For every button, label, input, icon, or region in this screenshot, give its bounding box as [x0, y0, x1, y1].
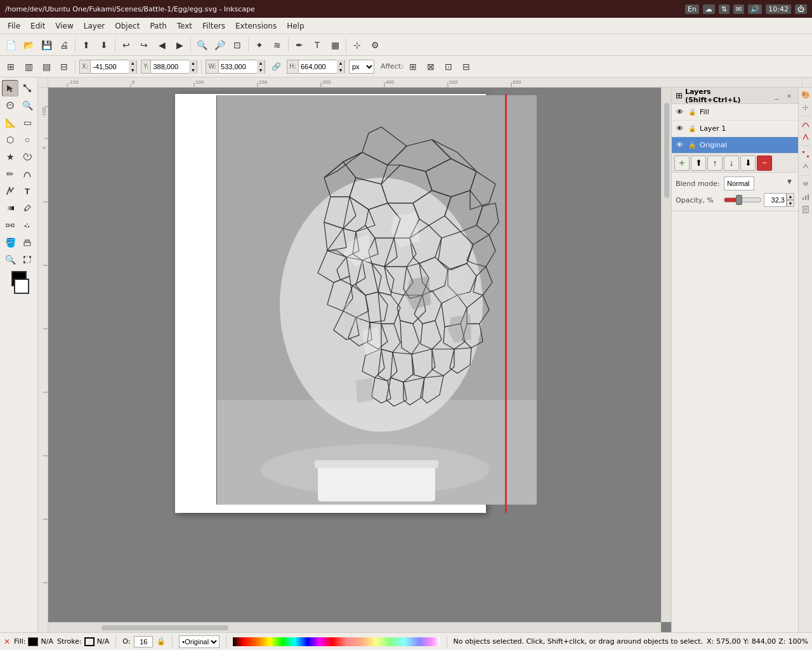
layer-down-btn[interactable]: ↓ — [724, 156, 739, 171]
paint-bucket-tool[interactable]: 🪣 — [2, 234, 18, 251]
layer-to-bottom-btn[interactable]: ⬇ — [740, 156, 756, 171]
pen-path-button[interactable]: ✒ — [291, 37, 308, 53]
zoom-tool-2[interactable]: 🔍 — [2, 251, 18, 268]
forward-button[interactable]: ▶ — [171, 37, 188, 53]
align-center[interactable]: ▥ — [20, 58, 37, 75]
menu-path[interactable]: Path — [145, 20, 171, 32]
undo-button[interactable]: ↩ — [118, 37, 134, 53]
menu-file[interactable]: File — [3, 20, 25, 32]
zoom-fit-button[interactable]: ⊡ — [229, 37, 246, 53]
ri-transform-btn[interactable] — [800, 161, 811, 173]
layer-fill[interactable]: 👁 🔒 Fill — [672, 104, 798, 121]
menu-filters[interactable]: Filters — [197, 20, 230, 32]
ri-align-btn[interactable] — [800, 178, 811, 190]
ri-doc-btn[interactable] — [800, 204, 811, 215]
h-down[interactable]: ▼ — [337, 67, 344, 74]
tweak-button[interactable]: ≋ — [269, 37, 285, 53]
color-palette[interactable] — [233, 637, 440, 646]
tweak-tool[interactable] — [2, 97, 18, 114]
fill-swatch[interactable] — [28, 637, 38, 646]
stroke-swatch[interactable] — [84, 637, 95, 646]
x-up[interactable]: ▲ — [129, 60, 136, 67]
canvas-surface[interactable] — [48, 88, 671, 632]
affect-rotation[interactable]: ⊡ — [440, 58, 457, 75]
layer-layer1[interactable]: 👁 🔒 Layer 1 — [672, 121, 798, 137]
menu-view[interactable]: View — [50, 20, 78, 32]
spray-tool[interactable] — [19, 217, 36, 234]
save-button[interactable]: 💾 — [38, 37, 55, 53]
lock-aspect[interactable]: 🔗 — [268, 58, 284, 75]
fill-lock-icon[interactable]: 🔒 — [687, 109, 697, 116]
opacity-up[interactable]: ▲ — [787, 193, 794, 200]
ri-color-btn[interactable]: 🎨 — [800, 89, 811, 100]
new-button[interactable]: 📄 — [3, 37, 19, 53]
open-button[interactable]: 📂 — [20, 37, 37, 53]
v-scrollbar[interactable] — [661, 88, 671, 622]
layer-up-btn[interactable]: ↑ — [707, 156, 723, 171]
y-input[interactable] — [151, 63, 189, 70]
y-up[interactable]: ▲ — [189, 60, 197, 67]
layers-minimize[interactable]: _ — [771, 91, 782, 101]
layer1-eye-icon[interactable]: 👁 — [674, 124, 684, 133]
calligraphy-tool[interactable] — [2, 183, 18, 199]
circle-tool[interactable]: ○ — [19, 131, 36, 148]
fill-eye-icon[interactable]: 👁 — [674, 108, 684, 116]
back-button[interactable]: ◀ — [154, 37, 170, 53]
menu-extensions[interactable]: Extensions — [230, 20, 282, 32]
w-down[interactable]: ▼ — [257, 67, 265, 74]
affect-size[interactable]: ⊠ — [422, 58, 439, 75]
star-tool[interactable]: ★ — [2, 149, 18, 165]
zoom-out-button[interactable]: 🔎 — [211, 37, 228, 53]
settings-button[interactable]: ⚙ — [367, 37, 383, 53]
align-right[interactable]: ▤ — [38, 58, 55, 75]
w-input[interactable] — [219, 63, 257, 70]
opacity-slider[interactable] — [724, 195, 761, 205]
w-up[interactable]: ▲ — [257, 60, 265, 67]
layer-original[interactable]: 👁 🔒 Original — [672, 137, 798, 154]
bezier-tool[interactable] — [19, 166, 36, 182]
transform-tool[interactable] — [19, 251, 36, 268]
gradient-fill-button[interactable]: ▦ — [327, 37, 343, 53]
layer-status-select[interactable]: •Original Fill Layer 1 — [179, 635, 219, 648]
import-button[interactable]: ⬆ — [78, 37, 95, 53]
eraser-tool[interactable] — [19, 234, 36, 251]
h-up[interactable]: ▲ — [337, 60, 344, 67]
select-tool[interactable] — [2, 80, 18, 96]
h-scrollbar[interactable] — [48, 622, 661, 632]
h-scroll-thumb[interactable] — [102, 625, 228, 630]
layer1-lock-icon[interactable]: 🔒 — [687, 125, 697, 132]
measure-tool[interactable]: 📐 — [2, 114, 18, 131]
ri-chart-btn[interactable] — [800, 191, 811, 202]
rect-tool[interactable]: ▭ — [19, 114, 36, 131]
delete-layer-btn[interactable]: − — [757, 156, 772, 171]
ri-nodes-btn[interactable] — [800, 149, 811, 160]
x-down[interactable]: ▼ — [129, 67, 136, 74]
opacity-input[interactable] — [764, 193, 787, 207]
background-swatch[interactable] — [14, 279, 29, 294]
ri-bezier-btn[interactable] — [800, 119, 811, 130]
gradient-tool[interactable] — [2, 200, 18, 216]
menu-text[interactable]: Text — [172, 20, 197, 32]
zoom-tool[interactable]: 🔍 — [19, 97, 36, 114]
text-tool[interactable]: T — [19, 183, 36, 199]
redo-button[interactable]: ↪ — [136, 37, 152, 53]
zoom-in-button[interactable]: 🔍 — [193, 37, 210, 53]
menu-edit[interactable]: Edit — [25, 20, 50, 32]
opacity-status-input[interactable] — [134, 636, 153, 647]
snap-button[interactable]: ⊹ — [349, 37, 365, 53]
x-input[interactable] — [91, 63, 129, 70]
export-button[interactable]: ⬇ — [96, 37, 112, 53]
blend-mode-select[interactable]: Normal Multiply Screen Overlay — [724, 176, 754, 190]
text-tool-button[interactable]: T — [309, 37, 325, 53]
menu-layer[interactable]: Layer — [79, 20, 110, 32]
3d-box-tool[interactable]: ⬡ — [2, 131, 18, 148]
orig-lock-icon[interactable]: 🔒 — [687, 142, 697, 149]
orig-eye-icon[interactable]: 👁 — [674, 141, 684, 149]
h-input[interactable] — [299, 63, 337, 70]
dropper-tool[interactable] — [19, 200, 36, 216]
pencil-tool[interactable]: ✏ — [2, 166, 18, 182]
ri-path-btn[interactable] — [800, 131, 811, 143]
ri-snap-btn[interactable]: ⊹ — [800, 102, 811, 113]
unit-select[interactable]: pxmmcm — [350, 62, 374, 71]
node-tool[interactable] — [19, 80, 36, 96]
